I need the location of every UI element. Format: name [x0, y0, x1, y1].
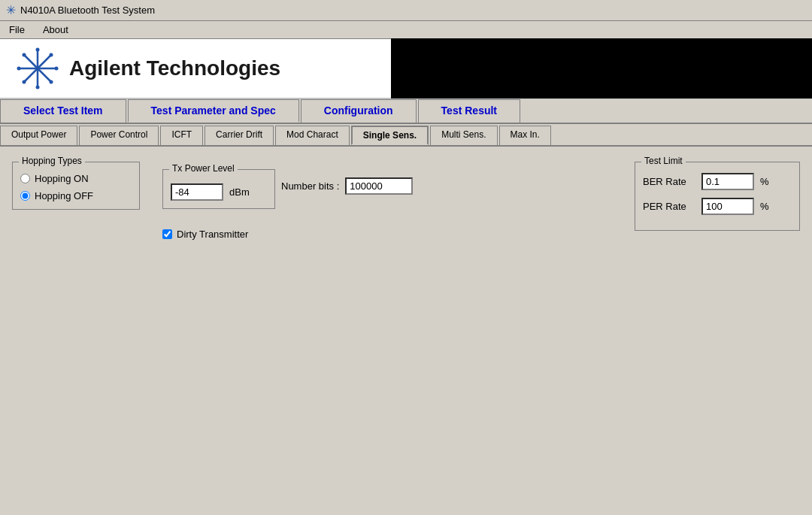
tx-power-row: dBm: [171, 183, 267, 201]
svg-point-10: [36, 86, 40, 89]
tab-max-in[interactable]: Max In.: [499, 126, 551, 145]
ber-rate-label: BER Rate: [643, 176, 695, 187]
logo-text: Agilent Technologies: [69, 56, 280, 80]
tab-icft[interactable]: ICFT: [160, 126, 203, 145]
hopping-radio-group: Hopping ON Hopping OFF: [20, 173, 132, 201]
svg-line-7: [38, 55, 51, 68]
menu-bar: File About: [0, 21, 812, 39]
hopping-on-option[interactable]: Hopping ON: [20, 173, 132, 184]
middle-section: Tx Power Level dBm Number bits : Dirty T…: [162, 156, 413, 502]
dirty-transmitter-checkbox[interactable]: [162, 229, 172, 239]
ber-rate-input[interactable]: [701, 173, 754, 190]
tx-power-level-group: Tx Power Level dBm: [162, 169, 275, 209]
tab-single-sens[interactable]: Single Sens.: [351, 126, 429, 145]
tab-test-result[interactable]: Test Result: [418, 99, 520, 123]
svg-point-11: [17, 67, 21, 71]
hopping-off-option[interactable]: Hopping OFF: [20, 190, 132, 201]
hopping-on-label: Hopping ON: [35, 173, 89, 184]
title-bar-text: N4010A Bluetooth Test System: [20, 5, 155, 16]
tab-output-power[interactable]: Output Power: [0, 126, 77, 145]
per-rate-input[interactable]: [701, 198, 754, 215]
hopping-types-group: Hopping Types Hopping ON Hopping OFF: [12, 162, 140, 210]
tab-carrier-drift[interactable]: Carrier Drift: [205, 126, 274, 145]
per-rate-row: PER Rate %: [643, 198, 792, 215]
tab-test-param-spec[interactable]: Test Parameter and Spec: [128, 99, 299, 123]
svg-line-5: [24, 55, 38, 68]
per-rate-label: PER Rate: [643, 201, 695, 212]
tab-mod-charact[interactable]: Mod Charact: [275, 126, 350, 145]
hopping-off-label: Hopping OFF: [35, 190, 93, 201]
number-bits-input[interactable]: [345, 177, 413, 195]
top-tab-bar: Select Test Item Test Parameter and Spec…: [0, 99, 812, 124]
sub-tab-bar: Output Power Power Control ICFT Carrier …: [0, 124, 812, 147]
svg-point-14: [50, 80, 53, 84]
hopping-off-radio[interactable]: [20, 191, 30, 201]
svg-point-16: [23, 80, 26, 84]
per-rate-unit: %: [760, 201, 769, 212]
logo-section: Agilent Technologies: [0, 38, 391, 98]
tx-power-unit: dBm: [229, 186, 250, 198]
right-section: Test Limit BER Rate % PER Rate %: [635, 156, 800, 502]
test-limit-group: Test Limit BER Rate % PER Rate %: [635, 162, 800, 231]
tx-power-input[interactable]: [171, 183, 223, 201]
svg-point-13: [23, 53, 26, 57]
dirty-transmitter-row: Dirty Transmitter: [162, 229, 413, 240]
svg-line-6: [38, 68, 51, 82]
tab-power-control[interactable]: Power Control: [79, 126, 159, 145]
test-limit-legend: Test Limit: [641, 156, 686, 166]
number-bits-label: Number bits :: [281, 180, 339, 192]
left-section: Hopping Types Hopping ON Hopping OFF: [12, 156, 147, 502]
number-bits-container: Number bits :: [281, 177, 413, 195]
ber-rate-row: BER Rate %: [643, 173, 792, 190]
app-icon: ✳: [6, 3, 16, 17]
ber-rate-unit: %: [760, 176, 769, 187]
agilent-logo-icon: [15, 46, 60, 91]
tx-power-legend: Tx Power Level: [169, 163, 238, 174]
hopping-types-legend: Hopping Types: [19, 156, 85, 166]
svg-point-12: [55, 67, 59, 71]
tab-multi-sens[interactable]: Multi Sens.: [430, 126, 497, 145]
dirty-transmitter-label: Dirty Transmitter: [177, 229, 248, 240]
tab-select-test-item[interactable]: Select Test Item: [0, 99, 126, 123]
svg-line-8: [24, 68, 38, 82]
menu-file[interactable]: File: [6, 23, 28, 37]
svg-point-9: [36, 48, 40, 52]
svg-point-15: [50, 53, 53, 57]
number-bits-row: Tx Power Level dBm Number bits :: [162, 163, 413, 209]
menu-about[interactable]: About: [40, 23, 71, 37]
title-bar: ✳ N4010A Bluetooth Test System: [0, 0, 812, 21]
tab-configuration[interactable]: Configuration: [301, 99, 417, 123]
main-content: Hopping Types Hopping ON Hopping OFF Tx …: [0, 147, 812, 511]
header-black-area: [391, 38, 812, 98]
app-header: Agilent Technologies: [0, 39, 812, 99]
hopping-on-radio[interactable]: [20, 174, 30, 183]
